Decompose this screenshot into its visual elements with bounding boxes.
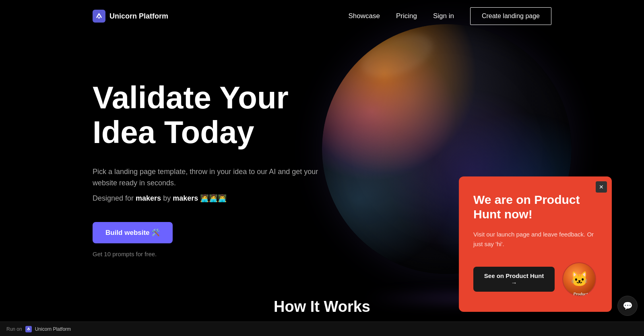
hero-subtitle: Pick a landing page template, throw in y… — [93, 166, 326, 189]
nav-logo[interactable]: Unicorn Platform — [93, 10, 168, 23]
svg-text:Product Hunt: Product Hunt — [573, 291, 597, 296]
nav-logo-text: Unicorn Platform — [109, 12, 168, 21]
svg-point-3 — [28, 330, 29, 330]
nav-links: Showcase Pricing Sign in Create landing … — [349, 7, 552, 25]
build-website-button[interactable]: Build website 🛠️ — [93, 222, 173, 243]
bottom-bar: Run on Unicorn Platform — [0, 321, 644, 336]
bottom-logo-text: Unicorn Platform — [35, 326, 71, 332]
create-landing-page-button[interactable]: Create landing page — [470, 7, 551, 25]
hero-title: Validate Your Idea Today — [93, 81, 326, 150]
chat-icon: 💬 — [623, 301, 633, 311]
popup-close-button[interactable]: ✕ — [596, 181, 607, 193]
bottom-logo-icon — [25, 326, 32, 332]
cat-icon: 🐱 Product Hunt — [563, 263, 595, 295]
navbar: Unicorn Platform Showcase Pricing Sign i… — [0, 0, 644, 32]
chat-button[interactable]: 💬 — [617, 296, 638, 316]
bottom-left: Run on Unicorn Platform — [6, 326, 71, 332]
see-on-product-hunt-button[interactable]: See on Product Hunt → — [473, 267, 555, 292]
product-hunt-cat-badge: 🐱 Product Hunt — [561, 261, 597, 297]
popup-title: We are on Product Hunt now! — [473, 193, 597, 222]
svg-point-1 — [98, 17, 100, 19]
product-hunt-popup: ✕ We are on Product Hunt now! Visit our … — [459, 176, 612, 312]
nav-pricing[interactable]: Pricing — [396, 12, 417, 20]
nav-showcase[interactable]: Showcase — [349, 12, 380, 20]
popup-bottom: See on Product Hunt → 🐱 Product Hunt — [473, 261, 597, 297]
free-note: Get 10 prompts for free. — [93, 251, 326, 257]
run-on-text: Run on — [6, 326, 22, 332]
logo-icon — [93, 10, 105, 23]
hero-content: Validate Your Idea Today Pick a landing … — [93, 56, 326, 257]
nav-signin[interactable]: Sign in — [433, 12, 454, 20]
hero-designed-text: Designed for makers by makers 🧑‍💻👩‍💻👨‍💻 — [93, 194, 326, 203]
popup-description: Visit our launch page and leave feedback… — [473, 230, 597, 249]
